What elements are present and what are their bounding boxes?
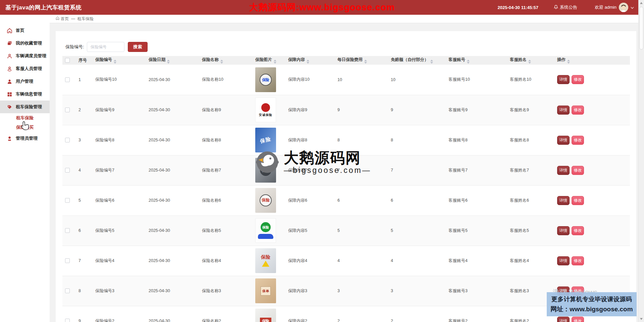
sort-icon[interactable] bbox=[567, 60, 570, 64]
row-checkbox[interactable] bbox=[65, 198, 70, 203]
cell-date: 2025-04-30 bbox=[146, 155, 199, 185]
sidebar-item-favorites[interactable]: 我的收藏管理 bbox=[0, 37, 50, 50]
table-row: 9 保险编号2 2025-04-30 保险名称2 保险 保障内容2 2 2 客服… bbox=[62, 306, 630, 322]
sort-icon[interactable] bbox=[467, 60, 470, 64]
avatar bbox=[619, 3, 628, 12]
cell-fee: 3 bbox=[335, 276, 388, 306]
detail-button[interactable]: 详情 bbox=[557, 256, 570, 265]
cell-name: 保险名称5 bbox=[199, 215, 253, 246]
search-button[interactable]: 搜索 bbox=[128, 42, 148, 52]
select-all-checkbox[interactable] bbox=[65, 58, 70, 63]
col-header-actions[interactable]: 操作 bbox=[554, 56, 630, 65]
sidebar-item-admin-mgmt[interactable]: 管理员管理 bbox=[0, 132, 50, 145]
cell-date: 2025-04-30 bbox=[146, 95, 199, 125]
cell-content: 保障内容6 bbox=[285, 185, 335, 215]
row-checkbox[interactable] bbox=[65, 138, 70, 142]
cell-account: 客服账号8 bbox=[446, 125, 507, 155]
cell-service-name: 客服姓名6 bbox=[507, 185, 554, 215]
sort-icon[interactable] bbox=[307, 60, 309, 64]
edit-button[interactable]: 修改 bbox=[572, 317, 584, 322]
edit-button[interactable]: 修改 bbox=[572, 136, 584, 145]
submenu-item-label: 保险购买 bbox=[16, 124, 34, 130]
corner-note-line1: 更多计算机专业毕设课设源码 bbox=[551, 295, 632, 303]
sort-icon[interactable] bbox=[430, 60, 433, 64]
cell-fee: 4 bbox=[335, 246, 388, 276]
detail-button[interactable]: 详情 bbox=[557, 317, 570, 322]
row-checkbox[interactable] bbox=[65, 108, 70, 112]
cell-account: 客服账号9 bbox=[446, 95, 507, 125]
insurance-image: 保险 bbox=[255, 309, 276, 322]
system-announcement-link[interactable]: 系统公告 bbox=[554, 4, 577, 10]
cell-deductible: 9 bbox=[388, 95, 446, 125]
submenu-item-rental-insurance[interactable]: 租车保险 bbox=[0, 113, 50, 123]
col-header-image[interactable]: 保险图片 bbox=[253, 56, 285, 65]
corner-note-line2: 网址：www.bigsgoose.com bbox=[550, 305, 633, 314]
dispatcher-icon bbox=[7, 54, 12, 59]
sort-icon[interactable] bbox=[528, 60, 531, 64]
welcome-text: 欢迎 admin bbox=[595, 4, 616, 10]
cell-name: 保险名称6 bbox=[199, 185, 253, 215]
col-header-service-name[interactable]: 客服姓名 bbox=[507, 56, 554, 65]
breadcrumb-home[interactable]: 首页 bbox=[56, 16, 69, 22]
row-checkbox[interactable] bbox=[65, 319, 70, 322]
sidebar-item-vehicle-info-mgmt[interactable]: 车辆信息管理 bbox=[0, 88, 50, 101]
sidebar-item-home[interactable]: 首页 bbox=[0, 24, 50, 37]
cell-service-name: 客服姓名7 bbox=[507, 155, 554, 185]
row-checkbox[interactable] bbox=[65, 258, 70, 263]
row-checkbox[interactable] bbox=[65, 288, 70, 293]
edit-button[interactable]: 修改 bbox=[572, 166, 584, 175]
table-row: 4 保险编号7 2025-04-30 保险名称7 保险 保障内容7 7 7 客服… bbox=[62, 155, 630, 185]
cell-account: 客服账号3 bbox=[446, 276, 507, 306]
cell-fee: 9 bbox=[335, 95, 388, 125]
detail-button[interactable]: 详情 bbox=[557, 166, 570, 175]
user-menu[interactable]: 欢迎 admin bbox=[595, 3, 634, 12]
detail-button[interactable]: 详情 bbox=[557, 75, 570, 84]
sort-icon[interactable] bbox=[364, 60, 367, 64]
sidebar-item-user-mgmt[interactable]: 用户管理 bbox=[0, 75, 50, 88]
table-row: 2 保险编号9 2025-04-30 保险名称9 安诚保险 保障内容9 9 9 … bbox=[62, 95, 630, 125]
cell-index: 4 bbox=[76, 155, 93, 185]
col-header-name[interactable]: 保险名称 bbox=[199, 56, 253, 65]
cell-service-name: 客服姓名9 bbox=[507, 95, 554, 125]
admin-icon bbox=[7, 136, 12, 141]
sort-icon[interactable] bbox=[274, 60, 276, 64]
scroll-down-arrow[interactable] bbox=[639, 316, 644, 322]
user-icon bbox=[7, 79, 12, 84]
edit-button[interactable]: 修改 bbox=[572, 256, 584, 265]
col-header-deductible[interactable]: 免赔额（自付部分） bbox=[388, 56, 446, 65]
cell-code: 保险编号3 bbox=[93, 276, 146, 306]
sidebar-item-rental-insurance-mgmt[interactable]: 租车保险管理 bbox=[0, 101, 50, 113]
insurance-image: 保险 bbox=[255, 218, 276, 243]
detail-button[interactable]: 详情 bbox=[557, 136, 570, 145]
col-header-fee[interactable]: 每日保险费用 bbox=[335, 56, 388, 65]
table-header-row: 序号 保险编号 保险日期 保险名称 保险图片 保障内容 每日保险费用 免赔额（自… bbox=[62, 56, 630, 65]
row-checkbox[interactable] bbox=[65, 168, 70, 173]
col-header-date[interactable]: 保险日期 bbox=[146, 56, 199, 65]
cell-fee: 5 bbox=[335, 215, 388, 246]
detail-button[interactable]: 详情 bbox=[557, 106, 570, 115]
edit-button[interactable]: 修改 bbox=[572, 196, 584, 205]
edit-button[interactable]: 修改 bbox=[572, 226, 584, 235]
row-checkbox[interactable] bbox=[65, 77, 70, 82]
scroll-up-arrow[interactable] bbox=[639, 0, 644, 6]
col-header-code[interactable]: 保险编号 bbox=[93, 56, 146, 65]
col-header-account[interactable]: 客服账号 bbox=[446, 56, 507, 65]
cell-date: 2025-04-30 bbox=[146, 306, 199, 322]
edit-button[interactable]: 修改 bbox=[572, 75, 584, 84]
row-checkbox[interactable] bbox=[65, 228, 70, 233]
submenu-item-insurance-purchase[interactable]: 保险购买 bbox=[0, 123, 50, 132]
sort-icon[interactable] bbox=[114, 60, 116, 64]
scrollbar-thumb[interactable] bbox=[639, 7, 643, 50]
sidebar-item-dispatcher-mgmt[interactable]: 车辆调度员管理 bbox=[0, 50, 50, 62]
vertical-scrollbar[interactable] bbox=[638, 0, 644, 322]
detail-button[interactable]: 详情 bbox=[557, 196, 570, 205]
sort-icon[interactable] bbox=[167, 60, 170, 64]
search-input[interactable] bbox=[87, 42, 124, 52]
edit-button[interactable]: 修改 bbox=[572, 106, 584, 115]
detail-button[interactable]: 详情 bbox=[557, 226, 570, 235]
cell-content: 保障内容7 bbox=[285, 155, 335, 185]
cell-account: 客服账号10 bbox=[446, 65, 507, 95]
sidebar-item-service-staff-mgmt[interactable]: 客服人员管理 bbox=[0, 62, 50, 75]
col-header-content[interactable]: 保障内容 bbox=[285, 56, 335, 65]
sort-icon[interactable] bbox=[220, 60, 223, 64]
